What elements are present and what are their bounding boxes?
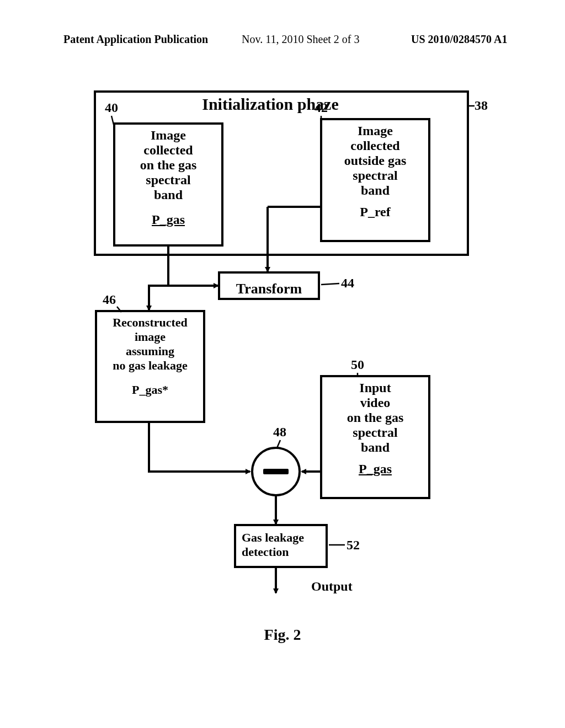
box-image-on-gas-band: Image collected on the gas spectral band…	[113, 122, 223, 247]
box40-var: P_gas	[118, 212, 219, 227]
ref-42: 42	[315, 100, 328, 115]
box50-line4: spectral	[324, 425, 426, 440]
box42-var: P_ref	[324, 205, 426, 220]
box52-line1: Gas leakage	[242, 531, 320, 545]
box46-line4: no gas leakage	[99, 358, 201, 373]
box40-line2: collected	[118, 143, 219, 158]
box46-line1: Reconstructed	[99, 315, 201, 330]
subtract-node	[251, 447, 301, 496]
box50-line2: video	[324, 395, 426, 410]
box52-line2: detection	[242, 545, 320, 559]
header-date-sheet: Nov. 11, 2010 Sheet 2 of 3	[242, 33, 360, 46]
box-gas-leakage-detection: Gas leakage detection	[234, 524, 328, 568]
box-transform: Transform	[218, 271, 320, 300]
ref-48: 48	[273, 425, 286, 440]
output-label: Output	[311, 579, 353, 594]
box50-var: P_gas	[324, 462, 426, 477]
ref-40: 40	[105, 100, 118, 115]
box40-line5: band	[118, 188, 219, 202]
header-patent-number: US 2010/0284570 A1	[411, 33, 507, 46]
box40-line4: spectral	[118, 173, 219, 188]
box50-line5: band	[324, 440, 426, 455]
box42-line1: Image	[324, 124, 426, 138]
initialization-phase-title: Initialization phaze	[160, 95, 381, 114]
box-reconstructed-image: Reconstructed image assuming no gas leak…	[95, 310, 205, 423]
box50-line1: Input	[324, 381, 426, 395]
box-input-video: Input video on the gas spectral band P_g…	[320, 375, 430, 499]
box42-line3: outside gas	[324, 153, 426, 168]
page: Patent Application Publication Nov. 11, …	[0, 0, 565, 728]
box50-line3: on the gas	[324, 410, 426, 425]
box46-line3: assuming	[99, 344, 201, 358]
box40-line3: on the gas	[118, 158, 219, 173]
header-publication: Patent Application Publication	[63, 33, 208, 46]
box42-line4: spectral	[324, 168, 426, 183]
ref-52: 52	[347, 538, 360, 553]
box46-var: P_gas*	[99, 383, 201, 397]
box44-text: Transform	[236, 281, 302, 297]
box46-line2: image	[99, 330, 201, 344]
figure-caption: Fig. 2	[0, 626, 565, 644]
svg-line-5	[321, 283, 339, 285]
ref-38: 38	[475, 98, 488, 113]
box40-line1: Image	[118, 128, 219, 143]
box42-line5: band	[324, 183, 426, 198]
ref-50: 50	[351, 357, 364, 372]
ref-44: 44	[341, 276, 354, 291]
box-image-outside-gas-band: Image collected outside gas spectral ban…	[320, 118, 430, 242]
box42-line2: collected	[324, 138, 426, 153]
ref-46: 46	[103, 292, 116, 307]
